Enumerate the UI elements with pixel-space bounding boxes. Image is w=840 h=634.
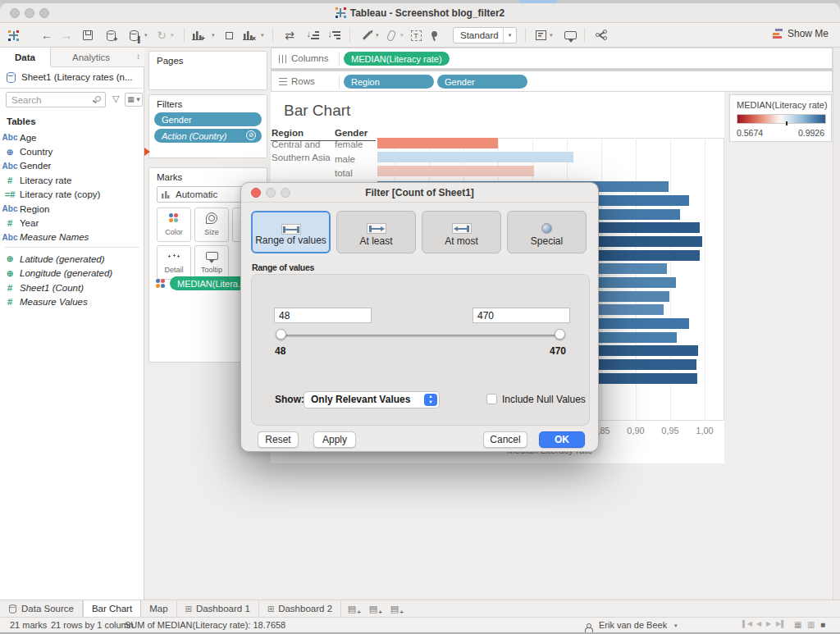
datasource-item[interactable]: Sheet1 (Literacy rates (n...: [0, 68, 144, 89]
tableau-home-icon[interactable]: [7, 26, 25, 44]
field-item[interactable]: AbcAge: [0, 130, 144, 144]
save-icon[interactable]: [79, 26, 97, 44]
new-worksheet-button[interactable]: ▤+: [341, 600, 363, 617]
fit-selector[interactable]: Standard▾: [453, 27, 517, 43]
range-min-input[interactable]: [274, 308, 372, 323]
new-story-button[interactable]: ▤+: [384, 600, 405, 617]
view-options-icon[interactable]: ▦ ▾: [125, 93, 143, 107]
field-item[interactable]: #Measure Values: [0, 294, 144, 308]
filter-pill[interactable]: Gender: [154, 112, 262, 126]
rows-pill[interactable]: Gender: [437, 75, 527, 89]
show-sheet-icon[interactable]: ■: [820, 620, 825, 629]
gender-row-label[interactable]: female: [335, 139, 363, 149]
redo-icon[interactable]: →: [57, 26, 75, 44]
rows-shelf[interactable]: Rows RegionGender: [271, 71, 833, 92]
clear-sheet-icon[interactable]: ×: [241, 26, 259, 44]
sheet-tab-dashboard-1[interactable]: ⊞Dashboard 1: [177, 600, 259, 617]
range-slider-track[interactable]: [281, 335, 560, 337]
gender-column-header[interactable]: Gender: [335, 128, 368, 138]
swap-rows-columns-icon[interactable]: ⇄: [281, 26, 299, 44]
bar-mark-Central and Southern Asia-total[interactable]: [377, 166, 534, 176]
new-datasource-icon[interactable]: +: [102, 26, 120, 44]
filter-tab-range-of-values[interactable]: Range of values: [251, 211, 331, 253]
fit-selector-caret[interactable]: ▾: [503, 28, 516, 43]
new-dashboard-button[interactable]: ▤+: [363, 600, 384, 617]
bar-mark-Central and Southern Asia-female[interactable]: [377, 138, 498, 148]
size-button[interactable]: Size: [194, 208, 229, 242]
duplicate-sheet-icon[interactable]: [220, 26, 238, 44]
new-worksheet-icon[interactable]: +: [190, 26, 208, 44]
range-max-input[interactable]: [472, 308, 570, 323]
field-item[interactable]: AbcMeasure Names: [0, 230, 144, 244]
filter-tab-special[interactable]: Special: [507, 211, 587, 253]
pane-collapse-icon[interactable]: ↕: [136, 52, 140, 61]
field-item[interactable]: AbcRegion: [0, 202, 144, 216]
show-captions-icon[interactable]: T: [407, 26, 425, 44]
new-worksheet-caret[interactable]: ▾: [212, 32, 215, 39]
sort-descending-icon[interactable]: ↓: [325, 26, 343, 44]
field-item[interactable]: #Sheet1 (Count): [0, 281, 144, 294]
sort-ascending-icon[interactable]: ↓: [304, 26, 322, 44]
fix-axes-pin-icon[interactable]: [425, 26, 443, 44]
color-legend-card[interactable]: MEDIAN(Literacy rate) 0.5674 0.9926: [729, 94, 832, 142]
format-attachment-icon[interactable]: [382, 26, 400, 44]
filter-pill[interactable]: Action (Country)⊘: [154, 129, 262, 143]
user-menu[interactable]: Erik van de Beek: [599, 620, 667, 630]
filter-tab-at-least[interactable]: At least: [336, 211, 416, 253]
presentation-mode-icon[interactable]: [561, 26, 579, 44]
filter-tab-at-most[interactable]: At most: [422, 211, 501, 253]
cancel-button[interactable]: Cancel: [483, 431, 527, 448]
reset-button[interactable]: Reset: [258, 431, 299, 448]
show-filmstrip-icon[interactable]: ▥: [807, 620, 815, 629]
sheet-tab-bar-chart[interactable]: Bar Chart: [83, 600, 141, 617]
refresh-icon[interactable]: ↻: [153, 26, 171, 44]
sheet-tab-data-source[interactable]: Data Source: [0, 600, 83, 617]
range-slider-max-handle[interactable]: [555, 329, 565, 340]
field-item[interactable]: =#Literacy rate (copy): [0, 188, 144, 202]
columns-pill[interactable]: MEDIAN(Literacy rate): [344, 52, 450, 66]
sheet-tab-map[interactable]: Map: [141, 600, 176, 617]
first-page-icon[interactable]: ▌◀: [742, 620, 752, 627]
highlight-icon[interactable]: [358, 26, 376, 44]
user-menu-caret[interactable]: ▾: [674, 623, 678, 629]
share-icon[interactable]: [592, 26, 610, 44]
bar-mark-Central and Southern Asia-male[interactable]: [377, 152, 573, 162]
field-item[interactable]: ⊕Country: [0, 144, 144, 158]
ok-button[interactable]: OK: [539, 431, 585, 448]
columns-shelf[interactable]: Columns MEDIAN(Literacy rate): [271, 48, 833, 69]
show-values-dropdown[interactable]: Only Relevant Values▲▼: [304, 391, 440, 408]
pause-updates-caret[interactable]: ▾: [144, 32, 148, 39]
search-input[interactable]: Search: [6, 92, 106, 107]
field-item[interactable]: #Literacy rate: [0, 173, 144, 187]
color-button[interactable]: Color: [157, 208, 191, 242]
include-null-checkbox[interactable]: [486, 394, 497, 404]
highlight-caret[interactable]: ▾: [376, 32, 379, 39]
prev-page-icon[interactable]: ◀: [756, 620, 761, 627]
last-page-icon[interactable]: ▶▌: [776, 620, 786, 627]
field-item[interactable]: ⊕Latitude (generated): [0, 252, 144, 266]
clear-sheet-caret[interactable]: ▾: [261, 32, 264, 39]
gender-row-label[interactable]: total: [335, 168, 353, 178]
gender-row-label[interactable]: male: [335, 154, 355, 164]
undo-icon[interactable]: ←: [38, 26, 56, 44]
apply-button[interactable]: Apply: [313, 431, 356, 448]
show-me-button[interactable]: Show Me: [773, 28, 829, 39]
region-column-header[interactable]: Region: [272, 128, 304, 138]
refresh-caret[interactable]: ▾: [171, 32, 174, 39]
tooltip-button[interactable]: Tooltip: [194, 245, 229, 280]
field-item[interactable]: #Year: [0, 216, 144, 230]
tab-data[interactable]: Data: [0, 48, 51, 67]
next-page-icon[interactable]: ▶: [766, 620, 771, 627]
tab-analytics[interactable]: Analytics: [51, 48, 131, 67]
detail-button[interactable]: Detail: [157, 245, 191, 280]
sheet-tab-dashboard-2[interactable]: ⊞Dashboard 2: [259, 600, 341, 617]
attachment-caret[interactable]: ▾: [400, 32, 404, 39]
field-item[interactable]: ⊕Longitude (generated): [0, 267, 144, 281]
rows-pill[interactable]: Region: [344, 75, 434, 89]
mark-labels-caret[interactable]: ▾: [550, 32, 553, 39]
show-tabs-icon[interactable]: ▦: [794, 620, 801, 629]
show-mark-labels-icon[interactable]: [532, 26, 550, 44]
pause-updates-icon[interactable]: ∥: [125, 26, 143, 44]
field-item[interactable]: AbcGender: [0, 159, 144, 173]
vertical-scrollbar[interactable]: [833, 48, 840, 600]
